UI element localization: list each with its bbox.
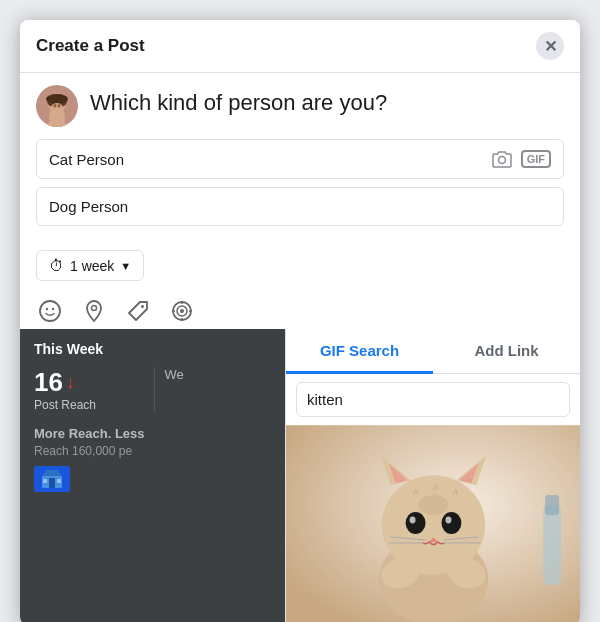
down-arrow-icon: ↓ (66, 372, 75, 393)
options-area: Cat Person GIF Dog Person (20, 139, 580, 242)
action-icons-row (20, 289, 580, 329)
svg-point-35 (410, 517, 416, 524)
svg-point-46 (419, 495, 449, 515)
stat-row: 16 ↓ Post Reach We (34, 367, 271, 412)
location-icon[interactable] (80, 297, 108, 325)
option-row-dog: Dog Person (36, 187, 564, 226)
tag-icon[interactable] (124, 297, 152, 325)
modal-title: Create a Post (36, 36, 145, 56)
left-dashboard-panel: This Week 16 ↓ Post Reach We (20, 329, 285, 622)
svg-rect-44 (543, 505, 561, 585)
create-post-modal: Create a Post ✕ Which kind of (20, 20, 580, 622)
stat-label: Post Reach (34, 398, 141, 412)
search-input-wrap (286, 374, 580, 425)
stat-cell-we: We (155, 367, 272, 412)
svg-rect-23 (43, 479, 47, 483)
camera-icon[interactable] (491, 150, 513, 168)
close-button[interactable]: ✕ (536, 32, 564, 60)
option-cat-text: Cat Person (49, 151, 124, 168)
svg-point-13 (141, 305, 144, 308)
svg-rect-22 (49, 478, 55, 488)
svg-rect-24 (57, 479, 61, 483)
main-content: This Week 16 ↓ Post Reach We (20, 329, 580, 622)
target-icon[interactable] (168, 297, 196, 325)
svg-point-8 (498, 157, 505, 164)
option-row-cat: Cat Person GIF (36, 139, 564, 179)
tab-gif-search[interactable]: GIF Search (286, 330, 433, 374)
week-row: ⏱ 1 week ▼ (20, 242, 580, 289)
svg-point-36 (445, 517, 451, 524)
svg-point-3 (46, 94, 68, 104)
store-icon (34, 466, 70, 492)
store-row (34, 466, 271, 492)
this-week-label: This Week (34, 341, 271, 357)
reach-sub-text: Reach 160,000 pe (34, 444, 271, 458)
svg-point-16 (180, 309, 184, 313)
stat-number: 16 ↓ (34, 367, 141, 398)
svg-point-9 (40, 301, 60, 321)
week-label: 1 week (70, 258, 114, 274)
emoji-icon[interactable] (36, 297, 64, 325)
question-text: Which kind of person are you? (90, 85, 564, 118)
dropdown-tabs: GIF Search Add Link (286, 329, 580, 374)
svg-point-33 (406, 512, 426, 534)
gif-search-panel: GIF Search Add Link (285, 329, 580, 622)
tab-add-link[interactable]: Add Link (433, 330, 580, 374)
clock-icon: ⏱ (49, 257, 64, 274)
week-selector-button[interactable]: ⏱ 1 week ▼ (36, 250, 144, 281)
gif-search-input[interactable] (296, 382, 570, 417)
gif-button[interactable]: GIF (521, 150, 551, 168)
svg-point-34 (441, 512, 461, 534)
avatar (36, 85, 78, 127)
svg-point-11 (52, 308, 54, 310)
modal-header: Create a Post ✕ (20, 20, 580, 73)
stat-cell-reach: 16 ↓ Post Reach (34, 367, 155, 412)
svg-point-12 (92, 306, 97, 311)
svg-point-10 (46, 308, 48, 310)
gif-preview (286, 425, 580, 622)
svg-rect-45 (545, 495, 559, 515)
we-label: We (165, 367, 272, 382)
chevron-down-icon: ▼ (120, 260, 131, 272)
more-reach-text: More Reach. Less (34, 426, 271, 441)
post-area: Which kind of person are you? (20, 73, 580, 139)
option-cat-icons: GIF (491, 150, 551, 168)
option-dog-text: Dog Person (49, 198, 128, 215)
